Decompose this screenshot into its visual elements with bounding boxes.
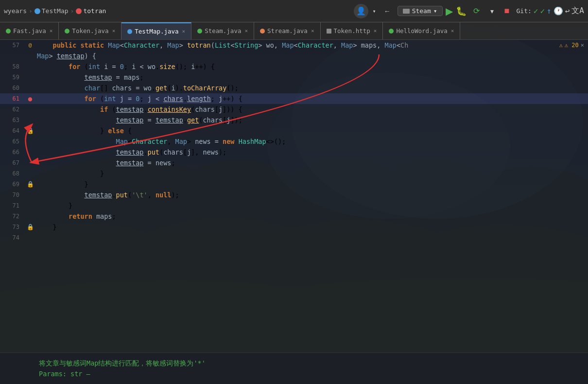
tab-close-hello[interactable]: ×	[451, 28, 454, 34]
warning-icon: ⚠	[559, 42, 563, 49]
tab-close-http[interactable]: ×	[374, 28, 377, 34]
table-row: 71 }	[0, 200, 588, 211]
git-push-icon[interactable]: ↑	[547, 6, 552, 16]
hello-tab-icon	[389, 29, 394, 34]
halt-button[interactable]: ■	[501, 4, 514, 17]
git-check2-icon: ✓	[540, 6, 545, 16]
git-translate-icon[interactable]: 文A	[571, 6, 584, 16]
tab-token-http[interactable]: Token.http ×	[321, 22, 383, 39]
tab-close-testmap[interactable]: ×	[182, 28, 186, 35]
debug-button[interactable]: 🐛	[456, 6, 467, 17]
code-area: ⚠ ⚠ 20 × 57 @ public static Map<Characte…	[0, 40, 588, 384]
config-icon	[403, 9, 410, 14]
code-comment-2: Params: str –	[39, 368, 584, 379]
breadcrumb-sep2: ›	[70, 7, 74, 15]
table-row: 73 🔒 }	[0, 222, 588, 232]
token-java-icon	[65, 29, 69, 34]
tab-fast-java[interactable]: Fast.java ×	[0, 22, 59, 39]
table-row: 68 }	[0, 168, 588, 179]
table-row: 70 temstap.put('\t', null);	[0, 190, 588, 200]
git-undo-icon[interactable]: ↩	[565, 6, 570, 16]
tab-helloword-java[interactable]: HelloWord.java ×	[383, 22, 460, 39]
breadcrumb-sep1: ›	[29, 7, 33, 15]
table-row: 72 return maps;	[0, 211, 588, 222]
breadcrumb-project[interactable]: wyears	[4, 7, 27, 15]
fast-java-icon	[6, 29, 11, 34]
coverage-button[interactable]: ⟳	[469, 5, 484, 17]
dropdown-icon: ▾	[433, 7, 437, 15]
table-row: 66 temstap.put(chars[j], news);	[0, 147, 588, 157]
method-icon	[76, 8, 82, 14]
tabs-bar: Fast.java × Token.java × TestMap.java × …	[0, 22, 588, 40]
table-row: 64 🔒 } else {	[0, 125, 588, 136]
code-comment-1: 将文章与敏感词Map结构进行匹配，将敏感词替换为'*'	[39, 358, 584, 368]
table-row: 58 for (int i = 0; i < wo.size(); i++) {	[0, 61, 588, 72]
stop-button[interactable]: ▾	[486, 6, 498, 17]
toolbar: wyears › TestMap › totran 👤 ▾ ← Steam ▾ …	[0, 0, 588, 22]
testmap-icon	[35, 8, 40, 14]
tab-close-stream[interactable]: ×	[311, 28, 314, 34]
tab-close-token[interactable]: ×	[112, 28, 116, 34]
table-row: 63 temstap = temstap.get(chars[j]);	[0, 115, 588, 125]
table-row: 65 Map<Character, Map> news = new HashMa…	[0, 136, 588, 147]
testmap-tab-icon	[127, 29, 132, 34]
close-warning-icon[interactable]: ×	[581, 42, 584, 49]
git-check-icon: ✓	[534, 6, 538, 16]
git-clock-icon[interactable]: 🕐	[553, 6, 563, 16]
table-row: 74	[0, 232, 588, 243]
breadcrumb: wyears › TestMap › totran	[4, 7, 106, 15]
table-row: Map> temstap) {	[0, 51, 588, 61]
tab-close-fast[interactable]: ×	[50, 28, 53, 34]
warning-badge: ⚠ ⚠ 20 ×	[559, 42, 584, 49]
stream-tab-icon	[260, 29, 265, 34]
tab-token-java[interactable]: Token.java ×	[59, 22, 121, 39]
steam-tab-icon	[197, 29, 202, 34]
http-tab-icon	[327, 29, 331, 34]
table-row: 57 @ public static Map<Character, Map> t…	[0, 40, 588, 51]
back-button[interactable]: ←	[380, 6, 395, 17]
tab-close-steam[interactable]: ×	[244, 28, 248, 34]
user-button[interactable]: 👤	[354, 4, 368, 18]
table-row: 60 char[] chars = wo.get(i).toCharArray(…	[0, 83, 588, 93]
tab-testmap-java[interactable]: TestMap.java ×	[121, 22, 191, 39]
breadcrumb-testmap[interactable]: TestMap	[35, 7, 69, 15]
table-row: 67 temstap = news;	[0, 157, 588, 168]
table-row: 62 if (temstap.containsKey(chars[j])) {	[0, 104, 588, 115]
table-row: 59 temstap = maps;	[0, 72, 588, 83]
tab-steam-java[interactable]: Steam.java ×	[191, 22, 254, 39]
breadcrumb-totran[interactable]: totran	[76, 7, 106, 15]
run-button[interactable]: ▶	[446, 5, 453, 17]
run-config[interactable]: Steam ▾	[398, 6, 443, 16]
git-section: Git: ✓ ✓ ↑ 🕐 ↩ 文A	[516, 6, 584, 16]
table-row: 61 ● for (int j = 0; j < chars.length; j…	[0, 93, 588, 104]
tab-stream-java[interactable]: Stream.java ×	[254, 22, 320, 39]
table-row: 69 🔒 }	[0, 179, 588, 190]
